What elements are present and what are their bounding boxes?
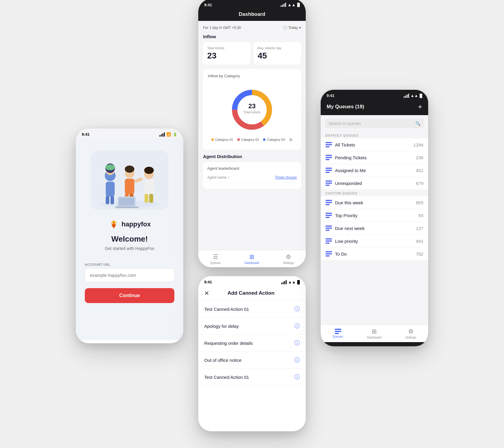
queue-name-due-week: Due this week: [335, 200, 416, 205]
account-url-input[interactable]: [85, 268, 174, 282]
queue-item-due-next-week[interactable]: Due next week 127: [321, 222, 428, 235]
queues-body: Search in queues 🔍 DEFAULT QUEUES All Ti…: [321, 115, 428, 325]
queue-search-bar[interactable]: Search in queues 🔍: [325, 119, 424, 128]
canned-item-1[interactable]: Apology for delay ⓘ: [198, 318, 306, 335]
qnav-dashboard-label: Dashboard: [367, 336, 382, 339]
d-wifi-icon: ▲▲: [288, 2, 296, 7]
canned-item-3[interactable]: Out of office notice ⓘ: [198, 352, 306, 369]
c-wifi-icon: ▲▲: [288, 280, 296, 284]
qnav-queues-label: Queues: [333, 335, 343, 338]
svg-rect-13: [134, 177, 143, 183]
welcome-title: Welcome!: [111, 234, 148, 244]
queues-bottom-nav: Queues ⊞ Dashboard ⚙ Settings: [321, 325, 428, 342]
legend-label-cat03: Category 03: [267, 138, 285, 141]
queue-name-todo: To Do: [335, 251, 416, 257]
dashboard-bottom-nav: ☰ Queues ⊞ Dashboard ⚙ Settings: [198, 250, 306, 267]
login-status-icons: 📶 🔋: [159, 132, 177, 137]
svg-rect-45: [325, 213, 332, 214]
canned-name-2: Requesting order details: [204, 341, 253, 346]
default-queues-label: DEFAULT QUEUES: [321, 132, 428, 138]
canned-item-0[interactable]: Test Canned Action 01 ⓘ: [198, 301, 306, 318]
today-filter-btn[interactable]: 🕐 Today ▾: [283, 26, 301, 30]
account-url-label: ACCOUNT URL: [85, 263, 174, 266]
queue-icon-assigned: [325, 168, 332, 173]
custom-queues-label: CUSTOM QUEUES: [321, 190, 428, 196]
svg-point-7: [105, 164, 115, 170]
queue-name-low-priority: Low priority: [335, 239, 416, 244]
svg-rect-54: [325, 251, 332, 252]
info-icon-4[interactable]: ⓘ: [294, 373, 300, 381]
q-bar3: [407, 95, 408, 98]
phones-layout: 9:41 📶 🔋: [76, 17, 428, 431]
avg-tickets-value: 45: [258, 51, 297, 61]
c-signal-bars: [281, 280, 287, 284]
c-bar3: [284, 281, 285, 284]
bar3: [162, 133, 163, 137]
continue-button[interactable]: Continue: [85, 288, 174, 303]
donut-svg: 23 Total tickets: [228, 86, 276, 134]
svg-rect-55: [325, 253, 332, 254]
hero-illustration: [91, 150, 168, 210]
canned-item-2[interactable]: Requesting order details ⓘ: [198, 335, 306, 352]
canned-title: Add Canned Action: [228, 290, 274, 296]
queue-item-low-priority[interactable]: Low priority 941: [321, 235, 428, 248]
avg-tickets-label: Avg. tickets/ day: [258, 46, 297, 50]
nav-settings[interactable]: ⚙ Settings: [283, 253, 294, 265]
queue-item-top-priority[interactable]: Top Priority 55: [321, 209, 428, 222]
queue-item-unresponded[interactable]: Unresponded 679: [321, 177, 428, 190]
ticket-closure-col: Ticket closure: [275, 175, 297, 180]
canned-name-0: Test Canned Action 01: [204, 307, 249, 312]
svg-rect-49: [325, 228, 332, 229]
svg-rect-43: [325, 202, 332, 203]
queues-title: My Queues (19): [327, 104, 364, 110]
canned-time: 9:41: [204, 280, 212, 284]
qnav-dashboard-icon: ⊞: [372, 328, 377, 335]
legend-cat03: Category 03: [263, 137, 285, 142]
info-icon-2[interactable]: ⓘ: [294, 339, 300, 347]
canned-name-1: Apology for delay: [204, 324, 239, 329]
welcome-subtitle: Get started with HappyFox: [105, 246, 154, 251]
svg-rect-33: [325, 155, 332, 156]
nav-queues[interactable]: ☰ Queues: [210, 253, 221, 265]
queue-icon-all: [325, 142, 332, 147]
nav-dashboard[interactable]: ⊞ Dashboard: [245, 253, 259, 265]
login-phone: 9:41 📶 🔋: [76, 129, 183, 343]
canned-top-bar: ✕ Add Canned Action: [198, 286, 306, 301]
queue-item-due-week[interactable]: Due this week 855: [321, 196, 428, 209]
stats-row: Total tickets 23 Avg. tickets/ day 45: [203, 42, 301, 65]
add-queue-button[interactable]: +: [418, 103, 422, 111]
queue-item-all-tickets[interactable]: All Tickets 1294: [321, 138, 428, 151]
queue-count-due-week: 855: [416, 200, 423, 205]
info-icon-1[interactable]: ⓘ: [294, 322, 300, 330]
info-icon-0[interactable]: ⓘ: [294, 305, 300, 313]
expand-icon[interactable]: ⊕: [289, 137, 293, 142]
queue-item-pending[interactable]: Pending Tickets 236: [321, 151, 428, 164]
chart-legend: Category 01 Category 02 Category 03 ⊕: [211, 137, 293, 142]
info-icon-3[interactable]: ⓘ: [294, 356, 300, 364]
d-signal-bars: [281, 3, 286, 7]
svg-rect-35: [325, 159, 330, 160]
c-battery-icon: █: [297, 280, 300, 284]
svg-rect-41: [325, 185, 330, 186]
legend-dot-cat01: [211, 138, 214, 141]
svg-rect-47: [325, 217, 330, 218]
settings-nav-icon: ⚙: [286, 253, 291, 260]
queue-icon-unresponded: [325, 180, 332, 186]
qnav-settings[interactable]: ⚙ Settings: [405, 328, 416, 339]
queue-item-assigned[interactable]: Assigned to Me 451: [321, 164, 428, 177]
qnav-queues[interactable]: Queues: [333, 329, 343, 338]
svg-rect-32: [325, 146, 330, 147]
nav-dashboard-label: Dashboard: [245, 261, 259, 265]
queue-item-todo[interactable]: To Do 782: [321, 248, 428, 260]
canned-close-button[interactable]: ✕: [204, 290, 209, 297]
queue-icon-todo: [325, 251, 332, 257]
queue-name-all: All Tickets: [335, 142, 414, 147]
svg-rect-51: [325, 238, 332, 240]
svg-point-24: [112, 223, 113, 224]
agent-section: Agent leaderboard Agent name ↑ Ticket cl…: [203, 162, 301, 189]
date-filter-bar: For 1 day in GMT +5:30 🕐 Today ▾: [203, 26, 301, 30]
svg-rect-30: [325, 142, 332, 143]
canned-item-4[interactable]: Test Canned Action 01 ⓘ: [198, 369, 306, 386]
svg-rect-3: [106, 196, 109, 204]
qnav-dashboard[interactable]: ⊞ Dashboard: [367, 328, 382, 339]
